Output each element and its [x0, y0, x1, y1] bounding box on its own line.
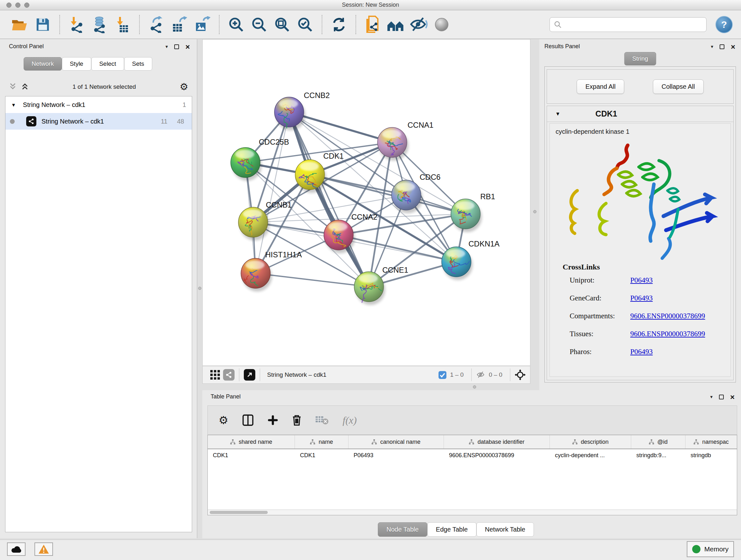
column-header[interactable]: description	[550, 435, 631, 449]
network-row-selected[interactable]: String Network – cdk1 11 48	[5, 113, 192, 130]
add-column-icon[interactable]	[268, 415, 278, 425]
delete-column-icon[interactable]	[292, 415, 301, 426]
control-panel-close-icon[interactable]: ×	[185, 44, 190, 49]
collapse-all-networks-icon[interactable]	[9, 83, 17, 91]
search-input[interactable]	[565, 21, 702, 28]
results-panel: Results Panel ▾ × String Expand All Coll…	[539, 39, 741, 390]
results-panel-menu-icon[interactable]: ▾	[711, 44, 713, 50]
zoom-out-icon[interactable]	[250, 16, 268, 34]
help-button[interactable]: ?	[716, 16, 733, 33]
network-node-count: 11	[161, 118, 167, 125]
crosslink-row: GeneCard: P06493	[569, 294, 653, 302]
function-builder-icon[interactable]: f(x)	[342, 415, 356, 426]
birds-eye-crosshair-icon[interactable]	[515, 369, 526, 380]
left-splitter[interactable]	[197, 39, 202, 538]
string-view-icon[interactable]	[223, 369, 234, 381]
table-panel-menu-icon[interactable]: ▾	[710, 394, 713, 400]
detach-view-icon[interactable]	[244, 369, 255, 381]
home-networks-icon[interactable]	[387, 16, 405, 34]
clear-table-icon[interactable]	[316, 415, 328, 425]
tab-string[interactable]: String	[624, 52, 656, 65]
network-tree: ▼ String Network – cdk1 1 String Network…	[5, 96, 192, 532]
zoom-in-icon[interactable]	[227, 16, 245, 34]
crosslinks-title: CrossLinks	[562, 263, 600, 271]
warning-status-button[interactable]	[35, 543, 53, 556]
tab-select[interactable]: Select	[91, 57, 124, 71]
table-panel-close-icon[interactable]: ×	[730, 395, 735, 399]
selected-checkbox-icon[interactable]	[438, 371, 447, 379]
clone-network-icon[interactable]	[364, 16, 382, 34]
import-network-icon[interactable]	[68, 16, 85, 34]
crosslink-link[interactable]: P06493	[630, 348, 653, 356]
right-splitter[interactable]	[530, 39, 539, 390]
memory-button[interactable]: Memory	[687, 541, 734, 557]
crosslink-link[interactable]: P06493	[630, 276, 653, 285]
crosslink-link[interactable]: 9606.ENSP00000378699	[630, 312, 705, 320]
tab-network-table[interactable]: Network Table	[476, 522, 534, 537]
column-header[interactable]: canonical name	[348, 435, 444, 449]
show-columns-icon[interactable]	[242, 414, 254, 426]
network-collection-row[interactable]: ▼ String Network – cdk1 1	[5, 97, 192, 113]
search-box[interactable]	[549, 17, 706, 32]
zoom-fit-icon[interactable]	[273, 16, 291, 34]
table-horizontal-scrollbar[interactable]	[207, 509, 737, 515]
svg-text:RB1: RB1	[480, 192, 495, 201]
column-header[interactable]: database identifier	[444, 435, 550, 449]
control-panel-menu-icon[interactable]: ▾	[165, 44, 168, 50]
toolbar-separator	[219, 15, 219, 34]
string-app-icon	[26, 116, 37, 126]
collection-expand-icon[interactable]: ▼	[11, 102, 16, 108]
export-table-icon[interactable]	[171, 16, 188, 34]
column-header[interactable]: shared name	[208, 435, 295, 449]
column-header[interactable]: name	[295, 435, 348, 449]
tab-node-table[interactable]: Node Table	[378, 522, 427, 537]
export-network-icon[interactable]	[147, 16, 165, 34]
collapse-all-button[interactable]: Collapse All	[653, 79, 704, 94]
save-session-icon[interactable]	[34, 16, 52, 34]
zoom-selected-icon[interactable]	[296, 16, 314, 34]
node-description: cyclin-dependent kinase 1	[550, 124, 731, 135]
table-panel-float-icon[interactable]	[719, 395, 724, 399]
network-options-gear-icon[interactable]: ⚙	[180, 82, 188, 91]
network-current-dot	[10, 119, 15, 124]
cloud-status-button[interactable]	[7, 543, 25, 556]
tab-network[interactable]: Network	[23, 57, 62, 71]
refresh-icon[interactable]	[330, 16, 348, 34]
tab-edge-table[interactable]: Edge Table	[427, 522, 476, 537]
results-panel-close-icon[interactable]: ×	[731, 44, 735, 49]
table-toolbar: ⚙ f(x)	[207, 406, 737, 435]
node-name: CDK1	[596, 109, 617, 118]
hidden-eye-icon[interactable]	[476, 371, 486, 379]
scrollbar-thumb[interactable]	[210, 511, 268, 514]
hide-graphics-details-icon[interactable]	[410, 16, 428, 34]
svg-text:CCNA1: CCNA1	[408, 121, 433, 129]
column-header[interactable]: namespac	[685, 435, 737, 449]
column-header[interactable]: @id	[631, 435, 685, 449]
results-panel-float-icon[interactable]	[720, 44, 724, 49]
crosslink-row: Compartments: 9606.ENSP00000378699	[569, 312, 705, 320]
tab-sets[interactable]: Sets	[124, 57, 152, 71]
grid-view-icon[interactable]	[210, 370, 220, 380]
network-canvas[interactable]: CCNB2CCNA1CDC25BCDK1CDC6RB1CCNB1CCNA2CDK…	[202, 39, 530, 366]
node-details-card: ▼ CDK1 cyclin-dependent kinase 1	[547, 106, 734, 380]
table-options-gear-icon[interactable]: ⚙	[219, 415, 228, 426]
control-panel: Control Panel ▾ × Network Style Select S…	[0, 39, 197, 538]
table-row[interactable]: CDK1 CDK1 P06493 9606.ENSP00000378699 cy…	[208, 449, 737, 462]
svg-text:CCNB1: CCNB1	[266, 200, 292, 209]
import-network-from-database-icon[interactable]	[91, 16, 109, 34]
crosslink-link[interactable]: P06493	[630, 294, 653, 302]
export-image-icon[interactable]	[193, 16, 211, 34]
expand-all-networks-icon[interactable]	[21, 83, 29, 91]
tab-style[interactable]: Style	[62, 57, 91, 71]
selected-counts: 1 – 0	[450, 371, 463, 378]
control-panel-float-icon[interactable]	[174, 44, 179, 49]
node-details-header[interactable]: ▼ CDK1	[547, 106, 733, 122]
toolbar-separator	[355, 15, 356, 34]
table-panel: Table Panel ▾ × ⚙ f(x) shared name	[202, 390, 741, 538]
crosslink-link[interactable]: 9606.ENSP00000378699	[630, 330, 705, 338]
open-session-icon[interactable]	[11, 16, 29, 34]
node-collapse-icon[interactable]: ▼	[555, 111, 560, 117]
svg-text:CDC6: CDC6	[420, 173, 441, 181]
expand-all-button[interactable]: Expand All	[577, 79, 624, 94]
import-table-icon[interactable]	[114, 16, 131, 34]
